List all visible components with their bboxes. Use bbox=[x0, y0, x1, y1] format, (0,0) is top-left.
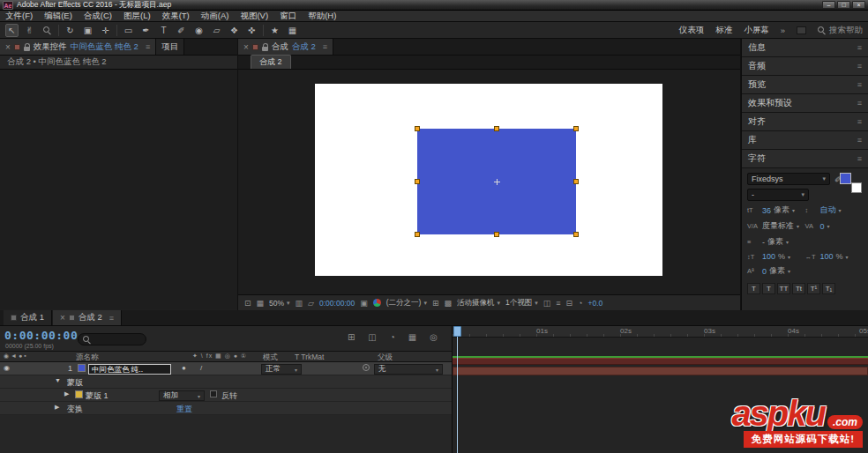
font-size-value[interactable]: 36 bbox=[762, 206, 771, 215]
menu-composition[interactable]: 合成(C) bbox=[84, 11, 112, 22]
panel-header-audio[interactable]: 音频 ≡ bbox=[742, 57, 868, 76]
resolution-select[interactable]: (二分之一) bbox=[386, 298, 427, 308]
baseline-shift-value[interactable]: 0 bbox=[762, 267, 767, 276]
selection-handle[interactable] bbox=[415, 179, 420, 184]
layer-switch-marks[interactable]: ● / bbox=[182, 364, 208, 372]
motion-blur-icon[interactable] bbox=[430, 332, 438, 342]
stroke-color-swatch[interactable] bbox=[851, 182, 862, 193]
vertical-scale-control[interactable]: 100% bbox=[747, 252, 805, 261]
workspace-tab-dashboard[interactable]: 仪表项 bbox=[679, 25, 705, 36]
timeline-button-icon[interactable] bbox=[556, 299, 560, 308]
snapshot-icon[interactable] bbox=[360, 299, 368, 308]
workspace-menu-icon[interactable] bbox=[797, 26, 806, 34]
leading-value[interactable]: 自动 bbox=[820, 204, 836, 216]
hide-shy-icon[interactable] bbox=[390, 332, 395, 342]
type-tool[interactable]: T bbox=[157, 24, 170, 37]
selection-handle[interactable] bbox=[573, 179, 579, 184]
transform-group-row[interactable]: 变换 重置 bbox=[0, 402, 452, 415]
workspace-overflow-chevron[interactable]: » bbox=[781, 26, 785, 35]
mask-color-chip[interactable] bbox=[75, 390, 83, 398]
close-icon[interactable]: × bbox=[60, 313, 65, 323]
kerning-value[interactable]: 度量标准 bbox=[762, 220, 794, 232]
horizontal-scale-value[interactable]: 100 bbox=[820, 252, 834, 261]
text-color-swatches[interactable] bbox=[840, 173, 862, 193]
selection-handle[interactable] bbox=[573, 126, 579, 131]
panel-header-character[interactable]: 字符 ≡ bbox=[742, 150, 868, 168]
region-of-interest-icon[interactable] bbox=[432, 299, 439, 308]
current-time-indicator[interactable] bbox=[453, 326, 461, 337]
shape-tool[interactable]: ▭ bbox=[122, 24, 135, 37]
menu-file[interactable]: 文件(F) bbox=[5, 11, 33, 22]
menu-layer[interactable]: 图层(L) bbox=[123, 11, 151, 22]
small-caps-toggle[interactable]: Tt bbox=[792, 283, 805, 294]
pixel-aspect-icon[interactable] bbox=[543, 299, 551, 308]
grid-options-icon[interactable] bbox=[257, 299, 265, 308]
ruler-icon[interactable] bbox=[296, 299, 303, 308]
brush-tool[interactable]: ✐ bbox=[175, 24, 188, 37]
exposure-value[interactable]: +0.0 bbox=[588, 299, 603, 308]
selection-handle[interactable] bbox=[573, 232, 579, 237]
selection-handle[interactable] bbox=[494, 126, 499, 131]
eraser-tool[interactable]: ▱ bbox=[210, 24, 223, 37]
superscript-toggle[interactable]: T¹ bbox=[807, 283, 820, 294]
zoom-tool[interactable] bbox=[41, 24, 54, 37]
restore-button[interactable]: □ bbox=[837, 1, 850, 9]
pan-behind-tool[interactable]: ✛ bbox=[99, 24, 112, 37]
fit-icon[interactable] bbox=[244, 299, 251, 308]
composition-canvas[interactable] bbox=[315, 84, 662, 276]
horizontal-scale-control[interactable]: 100% bbox=[805, 252, 864, 261]
mask-row[interactable]: 蒙版 1 相加 反转 bbox=[0, 389, 452, 402]
blend-mode-select[interactable]: 正常 bbox=[261, 364, 302, 375]
menu-help[interactable]: 帮助(H) bbox=[308, 11, 336, 22]
font-size-control[interactable]: 36像素 bbox=[747, 204, 805, 216]
panel-header-align[interactable]: 对齐 ≡ bbox=[742, 113, 868, 131]
minimize-button[interactable]: – bbox=[822, 1, 835, 9]
tracking-value[interactable]: 0 bbox=[820, 222, 825, 231]
panel-menu-icon[interactable]: ≡ bbox=[857, 80, 862, 89]
comp-mini-tab[interactable]: 合成 2 bbox=[251, 55, 291, 69]
layer-duration-bar[interactable] bbox=[453, 367, 868, 375]
layer-name-input[interactable]: 中间色蓝色 纯.. bbox=[88, 364, 171, 375]
workspace-tab-small-screen[interactable]: 小屏幕 bbox=[744, 25, 769, 36]
frame-icon[interactable]: ▦ bbox=[286, 24, 299, 37]
tab-composition[interactable]: × 合成 合成 2 ≡ bbox=[238, 39, 333, 55]
time-ruler[interactable]: 01s 02s 03s 04s 05s bbox=[453, 326, 868, 338]
exposure-icon[interactable] bbox=[578, 299, 582, 308]
panel-menu-icon[interactable]: ≡ bbox=[857, 43, 862, 52]
faux-bold-toggle[interactable]: T bbox=[747, 283, 760, 294]
pen-tool[interactable]: ✒ bbox=[139, 24, 153, 37]
channels-icon[interactable] bbox=[373, 299, 381, 307]
selection-handle[interactable] bbox=[494, 232, 499, 237]
mask-name[interactable]: 蒙版 1 bbox=[86, 390, 108, 402]
masks-group-row[interactable]: 蒙版 bbox=[0, 375, 452, 389]
stroke-width-value[interactable]: - bbox=[762, 238, 765, 247]
timeline-tab-comp2[interactable]: × 合成 2 ≡ bbox=[53, 310, 122, 325]
hand-tool[interactable]: ✌ bbox=[23, 24, 36, 37]
twirl-closed-icon[interactable] bbox=[55, 404, 59, 411]
panel-header-preview[interactable]: 预览 ≡ bbox=[742, 76, 868, 94]
panel-menu-icon[interactable]: ≡ bbox=[109, 314, 114, 323]
menu-animation[interactable]: 动画(A) bbox=[201, 11, 229, 22]
layer-row[interactable]: 1 中间色蓝色 纯.. ● / 正常 无 bbox=[0, 362, 452, 375]
timeline-tab-comp1[interactable]: 合成 1 bbox=[4, 310, 52, 325]
invert-checkbox[interactable] bbox=[210, 390, 217, 397]
view-layout-select[interactable]: 1个视图 bbox=[505, 298, 538, 308]
tracking-control[interactable]: 0 bbox=[805, 222, 864, 231]
menu-window[interactable]: 窗口 bbox=[280, 11, 296, 22]
close-window-button[interactable]: × bbox=[852, 1, 865, 9]
panel-menu-icon[interactable]: ≡ bbox=[323, 42, 327, 51]
camera-tool[interactable]: ▣ bbox=[81, 24, 94, 37]
panel-menu-icon[interactable]: ≡ bbox=[857, 62, 862, 71]
eye-icon[interactable] bbox=[4, 364, 10, 372]
panel-header-effects-presets[interactable]: 效果和预设 ≡ bbox=[742, 94, 868, 113]
panel-menu-icon[interactable]: ≡ bbox=[857, 99, 862, 108]
stroke-width-control[interactable]: -像素 bbox=[747, 236, 805, 248]
workspace-tab-standard[interactable]: 标准 bbox=[715, 25, 732, 36]
transparency-grid-icon[interactable] bbox=[444, 299, 452, 308]
kerning-control[interactable]: 度量标准 bbox=[747, 220, 805, 232]
puppet-pin-tool[interactable]: ✜ bbox=[245, 24, 258, 37]
panel-menu-icon[interactable]: ≡ bbox=[857, 117, 862, 126]
panel-menu-icon[interactable]: ≡ bbox=[857, 154, 862, 163]
close-icon[interactable]: × bbox=[5, 42, 11, 52]
roto-brush-tool[interactable]: ❖ bbox=[228, 24, 241, 37]
